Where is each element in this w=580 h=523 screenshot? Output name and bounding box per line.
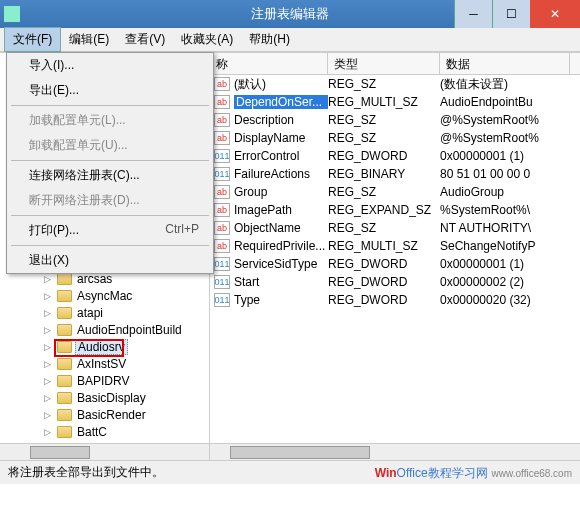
col-data[interactable]: 数据 (440, 53, 570, 74)
value-data: @%SystemRoot% (440, 113, 539, 127)
value-data: 0x00000020 (32) (440, 293, 531, 307)
value-name: Description (234, 113, 328, 127)
value-name: Start (234, 275, 328, 289)
value-row[interactable]: ab(默认)REG_SZ(数值未设置) (210, 75, 580, 93)
value-row[interactable]: abDisplayNameREG_SZ@%SystemRoot% (210, 129, 580, 147)
col-name[interactable]: 称 (210, 53, 328, 74)
value-data: NT AUTHORITY\ (440, 221, 531, 235)
expand-icon[interactable]: ▷ (44, 274, 54, 284)
tree-label: AudioEndpointBuild (75, 323, 184, 337)
menu-exit[interactable]: 退出(X) (7, 248, 213, 273)
expand-icon[interactable]: ▷ (44, 410, 54, 420)
value-type: REG_MULTI_SZ (328, 239, 440, 253)
value-name: (默认) (234, 76, 328, 93)
string-icon: ab (214, 221, 230, 235)
menu-view[interactable]: 查看(V) (117, 28, 173, 51)
value-data: AudioGroup (440, 185, 504, 199)
menu-edit[interactable]: 编辑(E) (61, 28, 117, 51)
string-icon: ab (214, 95, 230, 109)
status-text: 将注册表全部导出到文件中。 (8, 464, 164, 481)
expand-icon[interactable]: ▷ (44, 359, 54, 369)
value-row[interactable]: 011StartREG_DWORD0x00000002 (2) (210, 273, 580, 291)
value-row[interactable]: 011ServiceSidTypeREG_DWORD0x00000001 (1) (210, 255, 580, 273)
menu-import[interactable]: 导入(I)... (7, 53, 213, 78)
expand-icon[interactable]: ▷ (44, 376, 54, 386)
menu-print[interactable]: 打印(P)...Ctrl+P (7, 218, 213, 243)
value-type: REG_BINARY (328, 167, 440, 181)
value-name: DisplayName (234, 131, 328, 145)
value-type: REG_MULTI_SZ (328, 95, 440, 109)
col-type[interactable]: 类型 (328, 53, 440, 74)
expand-icon[interactable]: ▷ (44, 393, 54, 403)
menu-load-hive[interactable]: 加载配置单元(L)... (7, 108, 213, 133)
value-row[interactable]: abGroupREG_SZAudioGroup (210, 183, 580, 201)
menu-help[interactable]: 帮助(H) (241, 28, 298, 51)
value-data: @%SystemRoot% (440, 131, 539, 145)
file-dropdown: 导入(I)... 导出(E)... 加载配置单元(L)... 卸载配置单元(U)… (6, 52, 214, 274)
expand-icon[interactable]: ▷ (44, 325, 54, 335)
menu-disconnect[interactable]: 断开网络注册表(D)... (7, 188, 213, 213)
maximize-button[interactable]: ☐ (492, 0, 530, 28)
tree-item-audiosrv[interactable]: ▷Audiosrv (0, 338, 209, 355)
value-name: ErrorControl (234, 149, 328, 163)
folder-icon (57, 358, 72, 370)
value-row[interactable]: abDescriptionREG_SZ@%SystemRoot% (210, 111, 580, 129)
menubar: 文件(F) 编辑(E) 查看(V) 收藏夹(A) 帮助(H) (0, 28, 580, 52)
string-icon: ab (214, 185, 230, 199)
value-data: SeChangeNotifyP (440, 239, 535, 253)
binary-icon: 011 (214, 293, 230, 307)
tree-item-asyncmac[interactable]: ▷AsyncMac (0, 287, 209, 304)
value-row[interactable]: abDependOnSer...REG_MULTI_SZAudioEndpoin… (210, 93, 580, 111)
list-scrollbar[interactable] (210, 443, 580, 460)
folder-icon (57, 409, 72, 421)
list-pane: 称 类型 数据 ab(默认)REG_SZ(数值未设置)abDependOnSer… (210, 53, 580, 460)
value-row[interactable]: 011TypeREG_DWORD0x00000020 (32) (210, 291, 580, 309)
folder-icon (57, 290, 72, 302)
tree-item-basicrender[interactable]: ▷BasicRender (0, 406, 209, 423)
expand-icon[interactable]: ▷ (44, 342, 54, 352)
value-name: ServiceSidType (234, 257, 328, 271)
string-icon: ab (214, 203, 230, 217)
value-data: 0x00000001 (1) (440, 149, 524, 163)
value-name: DependOnSer... (234, 95, 328, 109)
tree-label: BasicDisplay (75, 391, 148, 405)
tree-scrollbar[interactable] (0, 443, 209, 460)
tree-item-audioendpointbuild[interactable]: ▷AudioEndpointBuild (0, 321, 209, 338)
expand-icon[interactable]: ▷ (44, 308, 54, 318)
folder-icon (57, 273, 72, 285)
expand-icon[interactable]: ▷ (44, 291, 54, 301)
value-type: REG_DWORD (328, 275, 440, 289)
folder-icon (57, 392, 72, 404)
value-row[interactable]: abRequiredPrivile...REG_MULTI_SZSeChange… (210, 237, 580, 255)
value-row[interactable]: abImagePathREG_EXPAND_SZ%SystemRoot%\ (210, 201, 580, 219)
value-type: REG_DWORD (328, 149, 440, 163)
tree-item-basicdisplay[interactable]: ▷BasicDisplay (0, 389, 209, 406)
tree-item-atapi[interactable]: ▷atapi (0, 304, 209, 321)
folder-icon (57, 324, 72, 336)
value-row[interactable]: 011FailureActionsREG_BINARY80 51 01 00 0… (210, 165, 580, 183)
tree-item-axinstsv[interactable]: ▷AxInstSV (0, 355, 209, 372)
menu-connect[interactable]: 连接网络注册表(C)... (7, 163, 213, 188)
expand-icon[interactable]: ▷ (44, 427, 54, 437)
menu-favorites[interactable]: 收藏夹(A) (173, 28, 241, 51)
tree-item-bapidrv[interactable]: ▷BAPIDRV (0, 372, 209, 389)
folder-icon (57, 341, 72, 353)
tree-item-battc[interactable]: ▷BattC (0, 423, 209, 440)
value-data: AudioEndpointBu (440, 95, 533, 109)
close-button[interactable]: ✕ (530, 0, 580, 28)
menu-unload-hive[interactable]: 卸载配置单元(U)... (7, 133, 213, 158)
value-name: RequiredPrivile... (234, 239, 328, 253)
value-type: REG_SZ (328, 185, 440, 199)
value-name: Group (234, 185, 328, 199)
string-icon: ab (214, 239, 230, 253)
value-row[interactable]: abObjectNameREG_SZNT AUTHORITY\ (210, 219, 580, 237)
tree-label: BAPIDRV (75, 374, 131, 388)
string-icon: ab (214, 77, 230, 91)
value-type: REG_SZ (328, 221, 440, 235)
menu-file[interactable]: 文件(F) (4, 27, 61, 52)
folder-icon (57, 426, 72, 438)
minimize-button[interactable]: ─ (454, 0, 492, 28)
menu-export[interactable]: 导出(E)... (7, 78, 213, 103)
value-name: Type (234, 293, 328, 307)
value-row[interactable]: 011ErrorControlREG_DWORD0x00000001 (1) (210, 147, 580, 165)
